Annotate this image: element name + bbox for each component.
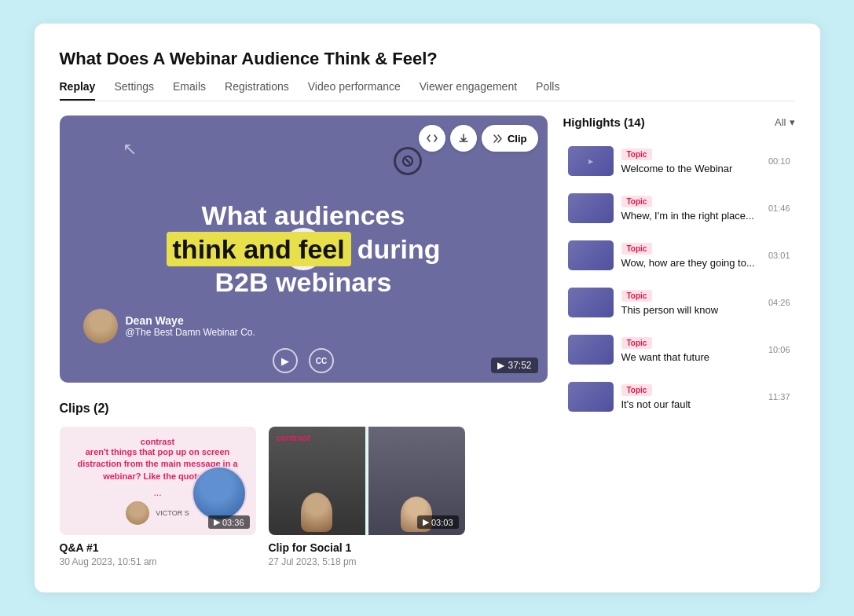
rewind-icon[interactable]: ▶ xyxy=(273,348,298,373)
video-title-3: during xyxy=(357,233,441,266)
clip-title-1: Q&A #1 xyxy=(60,541,256,554)
highlight-list: ▶ Topic Welcome to the Webinar 00:10 xyxy=(563,140,795,418)
presenter-avatar xyxy=(83,309,118,343)
highlight-text-5: It's not our fault xyxy=(621,398,761,412)
tab-emails[interactable]: Emails xyxy=(173,80,206,101)
clip-thumb-1: contrast aren't things that pop up on sc… xyxy=(60,427,256,535)
presenter-info: Dean Waye @The Best Damn Webinar Co. xyxy=(126,314,255,338)
clip-duration-1: ▶ 03:36 xyxy=(208,515,250,529)
clip-avatar-row-1: VICTOR S xyxy=(126,501,189,525)
clips-grid: contrast aren't things that pop up on sc… xyxy=(60,427,548,567)
highlight-time-1: 01:46 xyxy=(768,204,790,213)
highlight-info-2: Topic Wow, how are they going to... xyxy=(621,240,761,270)
highlights-header: Highlights (14) All ▾ xyxy=(563,116,795,129)
highlight-info-3: Topic This person will know xyxy=(621,288,761,317)
highlight-info-1: Topic Whew, I'm in the right place... xyxy=(621,193,761,223)
brand-logo-2: contrast xyxy=(277,433,310,442)
mini-avatar-1 xyxy=(126,501,149,525)
clip-person-visual xyxy=(192,466,247,521)
main-container: What Does A Webinar Audience Think & Fee… xyxy=(35,24,820,592)
highlight-item-5[interactable]: Topic It's not our fault 11:37 xyxy=(563,376,795,418)
filter-button[interactable]: All ▾ xyxy=(775,116,794,128)
clip-dots-1: ... xyxy=(153,487,161,498)
video-bottom-bar: ▶ CC xyxy=(273,348,334,373)
clip-half-left xyxy=(269,427,365,535)
presenter-company: @The Best Damn Webinar Co. xyxy=(126,327,255,338)
play-icon-small: ▶ xyxy=(497,360,504,371)
topic-badge-0: Topic xyxy=(621,148,653,160)
highlight-info-4: Topic We want that future xyxy=(621,335,761,365)
clips-label: Clips (2) xyxy=(60,402,548,416)
tab-viewer-engagement[interactable]: Viewer engagement xyxy=(420,80,517,101)
highlight-text-2: Wow, how are they going to... xyxy=(621,257,761,270)
highlight-thumb-1 xyxy=(568,193,614,223)
nav-tabs: Replay Settings Emails Registrations Vid… xyxy=(60,80,795,101)
highlight-thumb-0: ▶ xyxy=(568,146,614,176)
video-presenter: Dean Waye @The Best Damn Webinar Co. xyxy=(83,309,255,343)
highlight-time-3: 04:26 xyxy=(768,298,790,307)
topic-badge-4: Topic xyxy=(621,337,653,349)
highlight-info-5: Topic It's not our fault xyxy=(621,382,761,412)
video-title-2: think and feel xyxy=(167,232,351,267)
highlight-time-5: 11:37 xyxy=(768,392,790,402)
main-content: Clip ↖ What audiences xyxy=(60,116,795,567)
topic-badge-2: Topic xyxy=(621,243,653,255)
highlight-text-3: This person will know xyxy=(621,304,761,317)
clip-card-1[interactable]: contrast aren't things that pop up on sc… xyxy=(60,427,256,567)
video-title-1: What audiences xyxy=(202,200,405,230)
highlight-text-4: We want that future xyxy=(621,351,761,365)
page-title: What Does A Webinar Audience Think & Fee… xyxy=(60,49,795,69)
highlight-item-0[interactable]: ▶ Topic Welcome to the Webinar 00:10 xyxy=(563,140,795,182)
play-icon-clip1: ▶ xyxy=(214,517,220,527)
video-title-4: B2B webinars xyxy=(215,267,392,297)
clip-date-2: 27 Jul 2023, 5:18 pm xyxy=(269,556,465,567)
highlights-title: Highlights (14) xyxy=(563,116,645,129)
clips-section: Clips (2) contrast aren't things that po… xyxy=(60,402,548,567)
highlight-text-1: Whew, I'm in the right place... xyxy=(621,210,761,223)
thumb-inner-0: ▶ xyxy=(568,146,614,176)
clip-duration-2: ▶ 03:03 xyxy=(417,515,459,529)
highlight-time-0: 00:10 xyxy=(768,156,790,166)
highlight-thumb-5 xyxy=(568,382,614,412)
tab-settings[interactable]: Settings xyxy=(114,80,154,101)
highlight-item-1[interactable]: Topic Whew, I'm in the right place... 01… xyxy=(563,187,795,229)
filter-label: All xyxy=(775,116,786,128)
topic-badge-5: Topic xyxy=(621,384,653,396)
brand-logo-1: contrast xyxy=(141,437,174,446)
chevron-down-icon: ▾ xyxy=(790,116,795,128)
highlight-item-4[interactable]: Topic We want that future 10:06 xyxy=(563,328,795,371)
presenter-name: Dean Waye xyxy=(126,314,255,327)
topic-badge-3: Topic xyxy=(621,290,653,302)
video-duration: ▶ 37:52 xyxy=(491,358,537,373)
highlight-item-3[interactable]: Topic This person will know 04:26 xyxy=(563,281,795,324)
video-player[interactable]: Clip ↖ What audiences xyxy=(60,116,548,383)
highlight-thumb-4 xyxy=(568,335,614,365)
highlight-thumb-3 xyxy=(568,288,614,317)
highlight-time-4: 10:06 xyxy=(768,345,790,354)
highlight-thumb-2 xyxy=(568,240,614,270)
clip-thumb-2: contrast xyxy=(269,427,465,535)
highlight-time-2: 03:01 xyxy=(768,251,790,260)
highlight-info-0: Topic Welcome to the Webinar xyxy=(621,146,761,176)
tab-polls[interactable]: Polls xyxy=(536,80,559,101)
topic-badge-1: Topic xyxy=(621,196,653,207)
person-label-1: VICTOR S xyxy=(156,509,189,517)
play-icon-clip2: ▶ xyxy=(423,517,429,527)
tab-registrations[interactable]: Registrations xyxy=(225,80,289,101)
video-section: Clip ↖ What audiences xyxy=(60,116,548,567)
clip-title-2: Clip for Social 1 xyxy=(269,541,465,554)
clip-date-1: 30 Aug 2023, 10:51 am xyxy=(60,556,256,567)
highlight-text-0: Welcome to the Webinar xyxy=(621,163,761,176)
cc-icon[interactable]: CC xyxy=(309,348,334,373)
highlight-item-2[interactable]: Topic Wow, how are they going to... 03:0… xyxy=(563,234,795,277)
tab-video-performance[interactable]: Video performance xyxy=(308,80,401,101)
highlights-panel: Highlights (14) All ▾ ▶ Topic Wel xyxy=(563,116,795,567)
clip-card-2[interactable]: contrast xyxy=(269,427,465,567)
tab-replay[interactable]: Replay xyxy=(60,80,96,101)
